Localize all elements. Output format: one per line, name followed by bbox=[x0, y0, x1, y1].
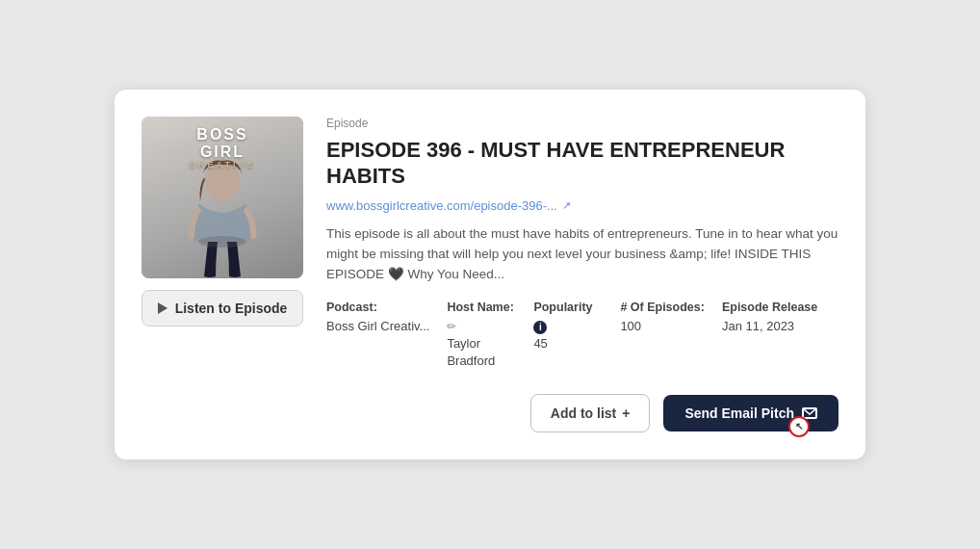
episode-description: This episode is all about the must have … bbox=[326, 224, 838, 285]
host-value-line1: Taylor bbox=[447, 335, 516, 353]
pencil-icon: ✏ bbox=[447, 320, 456, 333]
logo-girl: GIRL bbox=[190, 144, 256, 161]
logo-boss: BOSS bbox=[190, 126, 256, 144]
episodes-value: 100 bbox=[620, 318, 705, 335]
host-silhouette bbox=[169, 153, 275, 278]
plus-icon: + bbox=[622, 405, 630, 421]
external-link-icon: ↗ bbox=[562, 199, 571, 212]
podcast-value: Boss Girl Creativ... bbox=[326, 318, 429, 335]
popularity-info-icon[interactable]: i bbox=[533, 318, 603, 335]
send-email-pitch-button[interactable]: Send Email Pitch ↖ bbox=[663, 395, 838, 431]
popularity-value: 45 bbox=[533, 335, 603, 353]
listen-button-label: Listen to Episode bbox=[175, 301, 288, 316]
episode-url-link[interactable]: www.bossgirlcreative.com/episode-396-...… bbox=[326, 198, 838, 213]
url-text: www.bossgirlcreative.com/episode-396-... bbox=[326, 198, 557, 213]
release-value: Jan 11, 2023 bbox=[722, 318, 817, 335]
podcast-meta-col: Podcast: Boss Girl Creativ... bbox=[326, 301, 447, 371]
add-list-label: Add to list bbox=[551, 405, 616, 421]
listen-to-episode-button[interactable]: Listen to Episode bbox=[142, 290, 303, 327]
action-row: Add to list + Send Email Pitch ↖ bbox=[326, 394, 838, 432]
episode-label: Episode bbox=[326, 117, 838, 130]
play-icon bbox=[158, 302, 168, 314]
host-edit-icon[interactable]: ✏ bbox=[447, 318, 516, 335]
send-email-label: Send Email Pitch bbox=[684, 405, 794, 421]
episode-card: BOSS GIRL CREATIVE bbox=[115, 90, 865, 458]
episode-title: EPISODE 396 - MUST HAVE ENTREPRENEUR HAB… bbox=[326, 138, 838, 189]
episodes-meta-col: # Of Episodes: 100 bbox=[620, 301, 722, 371]
popularity-header: Popularity bbox=[533, 301, 603, 314]
release-header: Episode Release bbox=[722, 301, 817, 314]
popularity-meta-col: Popularity i 45 bbox=[533, 301, 620, 371]
info-icon: i bbox=[533, 321, 547, 334]
host-value-line2: Bradford bbox=[447, 353, 516, 370]
podcast-header: Podcast: bbox=[326, 301, 429, 314]
host-meta-col: Host Name: ✏ Taylor Bradford bbox=[447, 301, 533, 371]
release-meta-col: Episode Release Jan 11, 2023 bbox=[722, 301, 835, 371]
episodes-header: # Of Episodes: bbox=[620, 301, 705, 314]
svg-point-1 bbox=[198, 236, 246, 248]
logo-creative: CREATIVE bbox=[190, 161, 256, 170]
cursor-indicator: ↖ bbox=[788, 416, 810, 437]
meta-table: Podcast: Boss Girl Creativ... Host Name:… bbox=[326, 301, 838, 371]
right-column: Episode EPISODE 396 - MUST HAVE ENTREPRE… bbox=[326, 117, 838, 431]
host-header: Host Name: bbox=[447, 301, 516, 314]
left-column: BOSS GIRL CREATIVE bbox=[142, 117, 303, 431]
add-to-list-button[interactable]: Add to list + bbox=[530, 394, 651, 432]
podcast-cover-image: BOSS GIRL CREATIVE bbox=[142, 117, 303, 278]
